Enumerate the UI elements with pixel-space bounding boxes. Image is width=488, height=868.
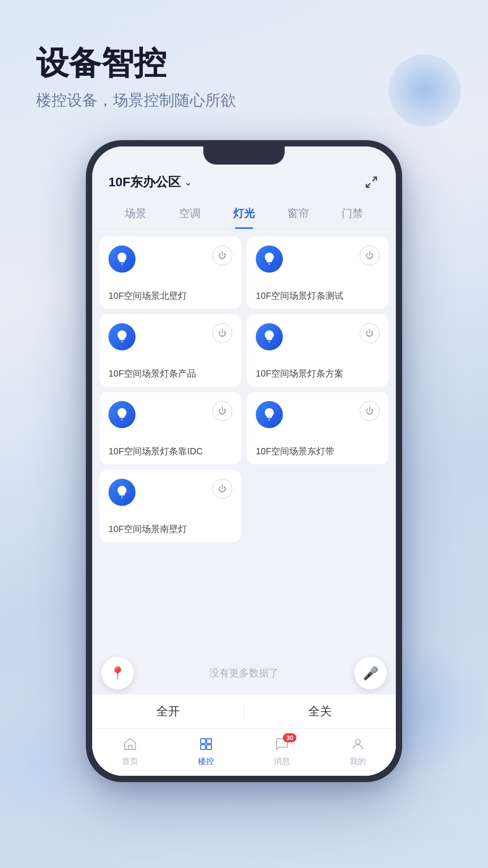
page-header: 设备智控 楼控设备，场景控制随心所欲 [0,0,488,129]
device-card-4[interactable]: ⏻ 10F空间场景灯条靠IDC [99,392,241,464]
svg-point-8 [120,489,124,493]
device-card-3[interactable]: ⏻ 10F空间场景灯条方案 [247,314,389,387]
card-top-6: ⏻ [108,479,232,506]
power-icon-4: ⏻ [218,406,226,416]
power-button-6[interactable]: ⏻ [212,479,232,499]
card-top-1: ⏻ [256,245,380,273]
device-icon-5 [256,401,283,428]
device-card-6[interactable]: ⏻ 10F空间场景南壁灯 [99,470,241,542]
voice-float-button[interactable]: 🎤 [354,657,387,689]
phone-outer: 10F东办公区 ⌄ 场景 空调 [86,140,402,782]
device-card-5[interactable]: ⏻ 10F空间场景东灯带 [247,392,389,464]
profile-icon [351,737,365,751]
svg-line-0 [373,177,377,181]
screen-content: 10F东办公区 ⌄ 场景 空调 [92,146,396,776]
tab-light[interactable]: 灯光 [217,198,271,229]
microphone-float-icon: 🎤 [363,666,379,681]
phone-mockup: 10F东办公区 ⌄ 场景 空调 [86,140,402,782]
location-float-icon: 📍 [110,666,126,681]
device-card-2[interactable]: ⏻ 10F空间场景灯条产品 [99,314,241,387]
nav-item-home[interactable]: 首页 [92,735,168,767]
light-icon-6 [114,485,130,500]
nav-label-message: 消息 [274,756,290,767]
tab-access[interactable]: 门禁 [325,198,380,229]
svg-rect-9 [128,745,132,750]
message-badge: 30 [283,733,296,742]
nav-item-message[interactable]: 30 消息 [244,735,320,767]
fullscreen-button[interactable] [363,174,380,190]
svg-rect-10 [201,739,206,744]
tab-curtain[interactable]: 窗帘 [271,198,325,229]
power-button-1[interactable]: ⏻ [360,245,380,265]
nav-item-profile[interactable]: 我的 [320,735,396,767]
power-icon-1: ⏻ [366,251,374,260]
svg-point-4 [120,333,124,337]
action-bar: 全开 全关 [92,694,396,728]
nav-label-floor: 楼控 [198,756,214,767]
device-name-1: 10F空间场景灯条测试 [256,290,380,302]
location-selector[interactable]: 10F东办公区 ⌄ [108,174,192,191]
chevron-down-icon: ⌄ [184,177,192,188]
page-subtitle: 楼控设备，场景控制随心所欲 [36,90,452,111]
device-icon-1 [256,245,283,273]
tabs-bar: 场景 空调 灯光 窗帘 门禁 [92,198,396,229]
all-on-button[interactable]: 全开 [92,694,244,728]
device-name-2: 10F空间场景灯条产品 [108,368,232,379]
device-name-0: 10F空间场景北壁灯 [108,290,232,302]
card-top-0: ⏻ [108,245,232,273]
svg-point-5 [267,333,272,337]
device-icon-4 [108,401,136,428]
floor-control-icon [199,737,213,751]
all-off-button[interactable]: 全关 [244,694,396,728]
svg-line-1 [366,184,371,188]
card-top-4: ⏻ [108,401,232,428]
nav-label-home: 首页 [122,756,138,767]
svg-point-3 [267,255,272,259]
power-icon-6: ⏻ [218,484,226,494]
svg-rect-11 [206,739,211,744]
power-icon-3: ⏻ [366,329,374,338]
device-name-4: 10F空间场景灯条靠IDC [108,445,232,457]
power-button-5[interactable]: ⏻ [360,401,380,421]
device-name-3: 10F空间场景灯条方案 [256,368,380,379]
svg-point-7 [267,411,272,415]
power-icon-5: ⏻ [366,406,374,416]
device-icon-0 [108,245,136,273]
power-button-4[interactable]: ⏻ [212,401,232,421]
light-icon-5 [262,407,277,422]
location-float-button[interactable]: 📍 [101,657,134,689]
nav-icon-wrap-home [119,735,141,753]
background-blob-3 [0,710,90,823]
tab-scene[interactable]: 场景 [108,198,163,229]
device-grid: ⏻ 10F空间场景北壁灯 [92,229,396,652]
device-name-6: 10F空间场景南壁灯 [108,523,232,535]
light-icon-2 [114,329,130,344]
nav-icon-wrap-profile [347,735,369,753]
power-button-2[interactable]: ⏻ [212,323,232,343]
page-title: 设备智控 [36,45,452,81]
tab-ac[interactable]: 空调 [163,198,217,229]
nav-icon-wrap-message: 30 [271,735,293,753]
svg-point-2 [120,255,124,259]
bottom-nav: 首页 楼控 [92,728,396,776]
device-card-0[interactable]: ⏻ 10F空间场景北壁灯 [99,236,241,309]
svg-point-6 [120,411,124,415]
card-top-3: ⏻ [256,323,380,350]
device-card-1[interactable]: ⏻ 10F空间场景灯条测试 [247,236,389,309]
phone-notch [203,146,285,165]
no-more-text: 没有更多数据了 [134,659,354,687]
power-button-3[interactable]: ⏻ [360,323,380,343]
power-icon-2: ⏻ [218,329,226,338]
power-button-0[interactable]: ⏻ [212,245,232,265]
light-icon-0 [114,251,130,267]
device-icon-3 [256,323,283,350]
nav-label-profile: 我的 [350,756,366,767]
fullscreen-icon-svg [365,175,378,189]
device-name-5: 10F空间场景东灯带 [256,445,380,457]
device-icon-2 [108,323,136,350]
home-icon [123,737,137,751]
nav-item-floor[interactable]: 楼控 [168,735,244,767]
phone-screen: 10F东办公区 ⌄ 场景 空调 [92,146,396,776]
svg-point-14 [356,739,361,744]
floating-buttons-area: 📍 没有更多数据了 🎤 [92,652,396,694]
